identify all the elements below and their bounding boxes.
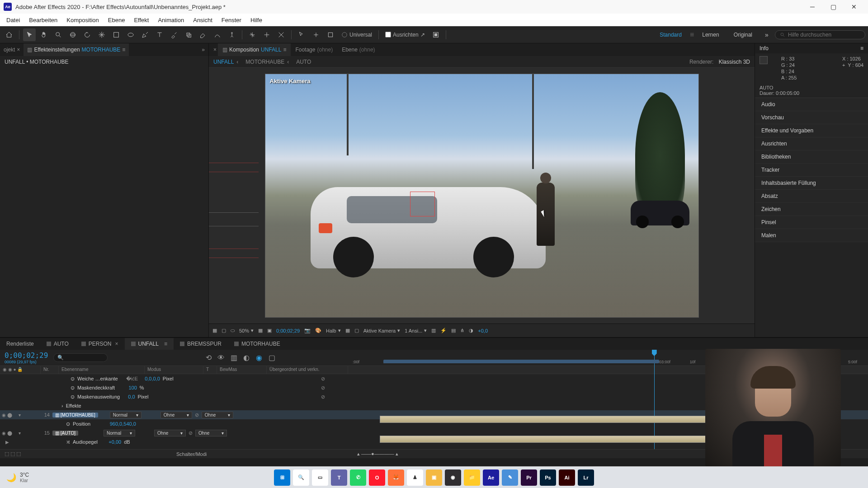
text-tool[interactable]	[153, 28, 166, 41]
timeline-icon[interactable]: ▤	[451, 328, 456, 333]
taskbar-app-app3[interactable]: ✎	[502, 469, 518, 486]
camera-dropdown[interactable]: Aktive Kamera ▾	[363, 328, 401, 333]
snap-box-icon[interactable]	[324, 28, 337, 41]
shy-icon[interactable]: 👁	[216, 353, 226, 363]
taskbar-app-explorer[interactable]: 📁	[464, 469, 480, 486]
snapshot-icon[interactable]: 📷	[304, 328, 311, 333]
panel-audio[interactable]: Audio	[755, 98, 868, 111]
taskbar-app-ps[interactable]: Ps	[540, 469, 556, 486]
footage-tab[interactable]: Footage (ohne)	[291, 43, 337, 56]
grid-icon[interactable]: ▦	[258, 328, 263, 333]
taskbar-app-lr[interactable]: Lr	[578, 469, 594, 486]
panel-inhaltsfullung[interactable]: Inhaltsbasierte Füllung	[755, 177, 868, 190]
info-panel-menu[interactable]: ≡	[860, 45, 863, 52]
graph-editor-icon[interactable]: ◉	[254, 353, 264, 363]
pen-tool[interactable]	[139, 28, 151, 41]
viewer-timecode[interactable]: 0;00;02;29	[276, 328, 300, 333]
channel-icon[interactable]: ▣	[267, 328, 272, 333]
rotate-tool[interactable]	[81, 28, 94, 41]
taskbar-app-ai[interactable]: Ai	[559, 469, 575, 486]
selection-tool[interactable]	[23, 28, 36, 41]
track-marker[interactable]	[410, 192, 435, 216]
exposure-reset-icon[interactable]: ◑	[469, 328, 473, 333]
project-tab[interactable]: ojekt×	[0, 43, 24, 56]
taskbar-app-app[interactable]: ♟	[407, 469, 423, 486]
view-axis-icon[interactable]	[275, 28, 288, 41]
taskbar-app-obs[interactable]: ◉	[445, 469, 461, 486]
help-search[interactable]	[775, 30, 865, 39]
composition-viewer[interactable]: Aktive Kamera	[209, 68, 755, 324]
panel-zeichen[interactable]: Zeichen	[755, 203, 868, 216]
minimize-button[interactable]: ─	[802, 0, 823, 14]
layer-search[interactable]: 🔍	[53, 353, 108, 362]
menu-fenster[interactable]: Fenster	[217, 17, 246, 23]
alpha-icon[interactable]: ▦	[212, 328, 217, 333]
renderer-value[interactable]: Klassisch 3D	[719, 59, 750, 65]
motion-blur-icon[interactable]: ◐	[241, 353, 251, 363]
panel-bibliotheken[interactable]: Bibliotheken	[755, 150, 868, 164]
help-search-input[interactable]	[788, 32, 856, 38]
views-dropdown[interactable]: 1 Ansi... ▾	[405, 328, 427, 333]
eraser-tool[interactable]	[197, 28, 209, 41]
viewer-frame[interactable]: Aktive Kamera	[265, 74, 699, 318]
taskbar-app-ae[interactable]: Ae	[483, 469, 499, 486]
orbit-tool[interactable]	[66, 28, 79, 41]
comp-mini-icon[interactable]: ⟲	[203, 353, 213, 363]
zoom-tool[interactable]	[52, 28, 65, 41]
info-panel-title[interactable]: Info	[760, 45, 769, 52]
region-icon[interactable]: ▢	[354, 328, 359, 333]
composition-tab[interactable]: ▥ Komposition UNFALL ≡	[218, 43, 291, 56]
timeline-tab-auto[interactable]: AUTO	[40, 338, 75, 350]
timeline-tab-renderliste[interactable]: Renderliste	[0, 338, 40, 350]
taskbar-app-taskview[interactable]: ▭	[312, 469, 328, 486]
timeline-tab-bremsspur[interactable]: BREMSSPUR	[174, 338, 228, 350]
prev-tab-icon[interactable]: ×	[213, 47, 217, 53]
menu-komposition[interactable]: Komposition	[62, 17, 104, 23]
home-icon[interactable]	[3, 28, 15, 41]
mask-mode-icon[interactable]	[429, 28, 442, 41]
timeline-tab-motorhaube[interactable]: MOTORHAUBE	[228, 338, 287, 350]
zoom-slider[interactable]: ▴ ――●―――― ▴	[357, 451, 398, 457]
transparency-icon[interactable]: ▦	[345, 328, 350, 333]
taskbar-app-opera[interactable]: O	[369, 469, 385, 486]
resolution-dropdown[interactable]: Halb ▾	[326, 328, 341, 333]
pan-behind-tool[interactable]	[95, 28, 108, 41]
hand-tool[interactable]	[38, 28, 50, 41]
taskbar-app-teams[interactable]: T	[331, 469, 347, 486]
pixel-aspect-icon[interactable]: ▥	[431, 328, 436, 333]
draft-3d-icon[interactable]: ▢	[267, 353, 277, 363]
taskbar-app-windows[interactable]: ⊞	[274, 469, 290, 486]
brush-tool[interactable]	[168, 28, 180, 41]
toggle-switches-icon[interactable]: ⬚ ⬚ ⬚	[5, 451, 21, 457]
menu-bearbeiten[interactable]: Bearbeiten	[24, 17, 62, 23]
workspace-more-icon[interactable]: »	[760, 28, 773, 41]
ellipse-tool[interactable]	[124, 28, 137, 41]
taskbar-app-app2[interactable]: ▣	[426, 469, 442, 486]
clone-tool[interactable]	[182, 28, 195, 41]
taskbar-app-pr[interactable]: Pr	[521, 469, 537, 486]
frame-blend-icon[interactable]: ▥	[229, 353, 239, 363]
menu-hilfe[interactable]: Hilfe	[246, 17, 267, 23]
panel-more-icon[interactable]: »	[198, 47, 208, 53]
nav-motorhaube[interactable]: MOTORHAUBE‹	[245, 59, 289, 65]
menu-datei[interactable]: Datei	[2, 17, 24, 23]
taskbar-app-firefox[interactable]: 🦊	[388, 469, 404, 486]
workspace-original[interactable]: Original	[727, 32, 759, 38]
flowchart-icon[interactable]: ⋔	[460, 328, 464, 333]
taskbar-app-search[interactable]: 🔍	[293, 469, 309, 486]
puppet-tool[interactable]	[226, 28, 238, 41]
maximize-button[interactable]: ▢	[823, 0, 844, 14]
color-mgmt-icon[interactable]: 🎨	[315, 328, 321, 333]
fast-preview-icon[interactable]: ⚡	[440, 328, 447, 333]
menu-ansicht[interactable]: Ansicht	[189, 17, 217, 23]
layer-tab[interactable]: Ebene (ohne)	[337, 43, 379, 56]
mask-icon[interactable]: ⬭	[231, 328, 235, 333]
rect-tool[interactable]	[110, 28, 123, 41]
menu-effekt[interactable]: Effekt	[129, 17, 153, 23]
local-axis-icon[interactable]	[246, 28, 259, 41]
nav-auto[interactable]: AUTO	[296, 59, 311, 65]
close-button[interactable]: ✕	[844, 0, 864, 14]
zoom-dropdown[interactable]: 50% ▾	[239, 328, 254, 333]
timeline-tab-unfall[interactable]: UNFALL≡	[125, 338, 174, 350]
panel-tracker[interactable]: Tracker	[755, 164, 868, 177]
